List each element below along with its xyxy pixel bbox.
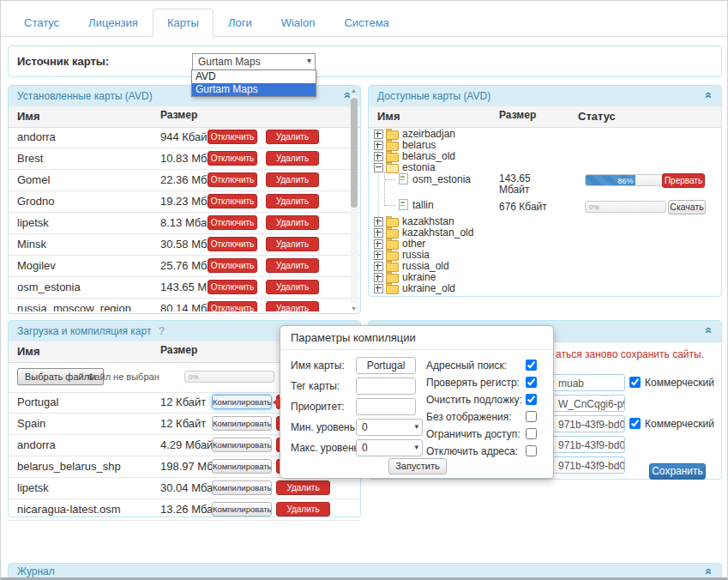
tab-logs[interactable]: Логи bbox=[214, 9, 267, 37]
compile-button[interactable]: Компилировать bbox=[212, 459, 272, 474]
installed-maps-title: Установленные карты (AVD) bbox=[17, 90, 153, 102]
delete-button[interactable]: Удалить bbox=[276, 502, 330, 517]
help-icon[interactable]: ? bbox=[158, 324, 165, 337]
table-row: Gomel22.36 МбайтОтключитьУдалить bbox=[9, 170, 360, 191]
option-checkbox[interactable] bbox=[526, 428, 537, 439]
commercial-checkbox[interactable] bbox=[629, 377, 641, 388]
site-key-value: 971b-43f9-bd07- bbox=[558, 419, 625, 431]
column-size: Размер bbox=[160, 110, 215, 121]
delete-button[interactable]: Удалить bbox=[266, 151, 319, 166]
progress-label: 0% bbox=[586, 203, 665, 212]
disable-button[interactable]: Отключить bbox=[208, 194, 257, 208]
compile-button[interactable]: Компилировать bbox=[212, 395, 272, 409]
download-progress: 0% bbox=[585, 201, 666, 213]
disable-button[interactable]: Отключить bbox=[208, 301, 257, 311]
expand-node-icon[interactable] bbox=[374, 239, 383, 249]
file-icon bbox=[399, 199, 408, 210]
compile-button[interactable]: Компилировать bbox=[212, 438, 272, 452]
available-table-header: Имя Размер Статус bbox=[369, 106, 721, 128]
expand-node-icon[interactable] bbox=[374, 130, 383, 139]
save-button[interactable]: Сохранить bbox=[649, 463, 706, 480]
expand-node-icon[interactable] bbox=[374, 262, 383, 271]
run-button[interactable]: Запустить bbox=[388, 458, 447, 474]
disable-button[interactable]: Отключить bbox=[208, 280, 257, 294]
map-size: 4.29 Мбайт bbox=[160, 438, 218, 451]
abort-button[interactable]: Прервать bbox=[662, 173, 705, 188]
expand-node-icon[interactable] bbox=[374, 217, 383, 227]
collapse-icon[interactable]: « bbox=[703, 327, 715, 334]
tree-node[interactable]: kazakhstan_old bbox=[374, 227, 721, 239]
field-input[interactable] bbox=[356, 357, 416, 374]
collapse-icon[interactable]: « bbox=[703, 92, 715, 99]
delete-button[interactable]: Удалить bbox=[266, 130, 319, 144]
compile-button[interactable]: Компилировать bbox=[212, 480, 272, 495]
field-input[interactable] bbox=[356, 378, 416, 395]
map-size: 12 Кбайт bbox=[160, 396, 206, 408]
expand-node-icon[interactable] bbox=[374, 284, 383, 293]
compile-button[interactable]: Компилировать bbox=[212, 502, 272, 517]
table-row: Brest10.83 МбайтОтключитьУдалить bbox=[9, 148, 360, 170]
disable-button[interactable]: Отключить bbox=[208, 215, 257, 230]
tree-node[interactable]: ukraine_old bbox=[374, 283, 721, 294]
download-button[interactable]: Скачать bbox=[668, 200, 706, 214]
delete-button[interactable]: Удалить bbox=[266, 258, 319, 273]
tab-status[interactable]: Статус bbox=[9, 9, 74, 37]
disable-button[interactable]: Отключить bbox=[208, 151, 257, 166]
option-checkbox[interactable] bbox=[526, 377, 537, 388]
option-checkbox[interactable] bbox=[526, 411, 537, 422]
delete-button[interactable]: Удалить bbox=[266, 172, 319, 187]
table-row: Grodno19.23 МбайтОтключитьУдалить bbox=[9, 191, 360, 213]
expand-node-icon[interactable] bbox=[374, 228, 383, 238]
commercial-checkbox[interactable] bbox=[629, 418, 641, 429]
commercial-label: Коммерческий bbox=[645, 417, 714, 431]
option-checkbox[interactable] bbox=[526, 394, 537, 405]
map-source-option[interactable]: Gurtam Maps bbox=[192, 83, 316, 96]
tree-leaf[interactable]: tallin676 Кбайт0%Скачать bbox=[374, 199, 721, 216]
tab-system[interactable]: Система bbox=[329, 9, 403, 37]
scroll-up-icon[interactable]: ▲ bbox=[351, 88, 357, 94]
column-size: Размер bbox=[160, 345, 215, 356]
compile-button[interactable]: Компилировать bbox=[212, 416, 272, 431]
scroll-down-icon[interactable]: ▼ bbox=[351, 305, 357, 311]
delete-button[interactable]: Удалить bbox=[266, 237, 319, 251]
map-name: andorra bbox=[17, 130, 56, 143]
map-source-label: Источник карты: bbox=[17, 55, 109, 68]
tab-maps[interactable]: Карты bbox=[153, 9, 214, 37]
delete-button[interactable]: Удалить bbox=[266, 301, 319, 311]
page: СтатусЛицензияКартыЛогиWialonСистема Ист… bbox=[0, 0, 728, 580]
expand-node-icon[interactable] bbox=[374, 141, 383, 150]
field-select[interactable]: 0▾ bbox=[356, 419, 423, 436]
map-source-select[interactable]: Gurtam Maps ▾ bbox=[192, 53, 316, 70]
expand-node-icon[interactable] bbox=[374, 152, 383, 161]
disable-button[interactable]: Отключить bbox=[208, 130, 257, 144]
tab-license[interactable]: Лицензия bbox=[74, 9, 153, 37]
delete-button[interactable]: Удалить bbox=[266, 194, 319, 208]
map-source-option[interactable]: AVD bbox=[192, 70, 316, 83]
collapse-icon[interactable]: « bbox=[703, 568, 715, 575]
folder-icon bbox=[386, 142, 399, 151]
option-checkbox[interactable] bbox=[526, 445, 537, 456]
table-row: Mogilev25.76 МбайтОтключитьУдалить bbox=[9, 256, 360, 277]
column-name: Имя bbox=[377, 110, 400, 123]
disable-button[interactable]: Отключить bbox=[208, 172, 257, 187]
expand-node-icon[interactable] bbox=[374, 251, 383, 260]
collapse-node-icon[interactable] bbox=[374, 163, 383, 172]
tab-wialon[interactable]: Wialon bbox=[267, 9, 330, 37]
expand-node-icon[interactable] bbox=[374, 273, 383, 282]
disable-button[interactable]: Отключить bbox=[208, 258, 257, 273]
tree-node-label: ukraine_old bbox=[402, 283, 455, 294]
delete-button[interactable]: Удалить bbox=[266, 215, 319, 230]
disable-button[interactable]: Отключить bbox=[208, 237, 257, 251]
field-select[interactable]: 0▾ bbox=[356, 439, 423, 456]
compile-params-dialog: Параметры компиляции Запустить Имя карты… bbox=[280, 325, 554, 479]
option-checkbox[interactable] bbox=[526, 359, 537, 371]
scrollbar-thumb[interactable] bbox=[351, 98, 358, 208]
field-label: Приоритет: bbox=[291, 398, 345, 415]
field-input[interactable] bbox=[356, 398, 416, 415]
tree-leaf[interactable]: osm_estonia143.65 Мбайт86%Прервать bbox=[374, 173, 721, 199]
scrollbar[interactable]: ▲ ▼ bbox=[350, 88, 358, 311]
tree-node[interactable]: estonia bbox=[374, 162, 721, 173]
map-name: Minsk bbox=[17, 238, 46, 251]
delete-button[interactable]: Удалить bbox=[276, 480, 330, 495]
delete-button[interactable]: Удалить bbox=[266, 280, 319, 294]
